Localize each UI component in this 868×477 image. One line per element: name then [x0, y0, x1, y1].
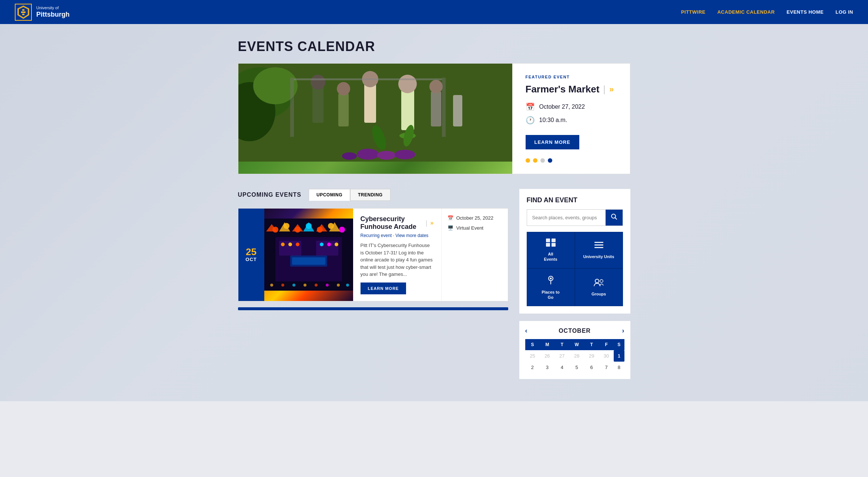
event-learn-more-button[interactable]: LEARN MORE: [361, 283, 406, 294]
event-recurring: Recurring event · View more dates: [361, 233, 434, 238]
cal-day[interactable]: 27: [554, 350, 569, 362]
cal-day[interactable]: 28: [569, 350, 584, 362]
cal-day[interactable]: 4: [554, 362, 569, 373]
logo[interactable]: University of Pittsburgh: [15, 4, 70, 21]
svg-rect-13: [364, 84, 376, 123]
cal-week-2: 2 3 4 5 6 7 8: [525, 362, 624, 373]
event-card: 25 OCT: [238, 208, 508, 301]
svg-rect-15: [401, 89, 414, 130]
nav-academic-calendar[interactable]: ACADEMIC CALENDAR: [717, 9, 775, 15]
nav-events-home[interactable]: EVENTS HOME: [787, 9, 824, 15]
carousel-dot-3[interactable]: [540, 158, 545, 163]
featured-learn-more-button[interactable]: LEARN MORE: [526, 135, 579, 149]
cal-day[interactable]: 8: [614, 362, 624, 373]
svg-rect-46: [316, 241, 338, 256]
event-title: Cybersecurity Funhouse Arcade | »: [361, 215, 434, 231]
svg-rect-27: [294, 78, 442, 80]
meta-screen-icon: 🖥️: [448, 225, 453, 231]
carousel-dot-2[interactable]: [533, 158, 537, 163]
svg-point-22: [377, 151, 396, 160]
event-chevron-icon: »: [430, 220, 434, 226]
cal-day[interactable]: 7: [599, 362, 614, 373]
cal-header-fri: F: [599, 339, 614, 350]
svg-point-49: [296, 243, 299, 246]
upcoming-events-section: UPCOMING EVENTS UPCOMING TRENDING 25 OCT: [238, 189, 508, 379]
places-to-go-icon: [546, 275, 555, 287]
featured-event-info: FEATURED EVENT Farmer's Market | » 📅 Oct…: [512, 64, 630, 174]
cal-day[interactable]: 26: [540, 350, 554, 362]
calendar-month: OCTOBER: [559, 328, 591, 334]
featured-event-card: FEATURED EVENT Farmer's Market | » 📅 Oct…: [238, 63, 630, 174]
tab-upcoming[interactable]: UPCOMING: [309, 189, 350, 201]
svg-line-65: [615, 218, 617, 220]
calendar-prev-button[interactable]: ‹: [525, 327, 527, 335]
nav-pittwire[interactable]: PITTWIRE: [681, 9, 706, 15]
svg-rect-66: [546, 238, 550, 242]
tab-trending[interactable]: TRENDING: [350, 189, 391, 201]
search-bar: [527, 209, 623, 226]
cal-day[interactable]: 5: [569, 362, 584, 373]
nav-log-in[interactable]: LOG IN: [835, 9, 853, 15]
page-title: EVENTS CALENDAR: [238, 39, 630, 54]
filter-all-events[interactable]: AllEvents: [527, 232, 575, 268]
filter-places-to-go-label: Places toGo: [542, 290, 559, 300]
featured-title: Farmer's Market | »: [526, 84, 617, 95]
event-body: Cybersecurity Funhouse Arcade | » Recurr…: [353, 209, 441, 301]
carousel-dot-1[interactable]: [526, 158, 530, 163]
cal-day-today[interactable]: 1: [614, 350, 624, 362]
carousel-dot-4[interactable]: [548, 158, 552, 163]
cal-day[interactable]: 25: [525, 350, 540, 362]
calendar-next-button[interactable]: ›: [622, 327, 624, 335]
svg-point-56: [270, 284, 273, 287]
logo-shield: [15, 4, 32, 21]
svg-rect-11: [338, 93, 349, 126]
search-input[interactable]: [527, 210, 606, 226]
svg-rect-2: [22, 9, 24, 11]
featured-date: October 27, 2022: [539, 104, 585, 110]
section-title: UPCOMING EVENTS: [238, 192, 301, 198]
cal-day[interactable]: 2: [525, 362, 540, 373]
calendar-icon: 📅: [526, 102, 535, 111]
cal-day[interactable]: 30: [599, 350, 614, 362]
event-meta-date: 📅 October 25, 2022: [448, 215, 502, 221]
section-header: UPCOMING EVENTS UPCOMING TRENDING: [238, 189, 508, 201]
cal-header-thu: T: [584, 339, 599, 350]
svg-point-59: [304, 284, 306, 287]
svg-rect-71: [594, 244, 603, 246]
svg-rect-28: [290, 78, 294, 137]
cal-day[interactable]: 6: [584, 362, 599, 373]
carousel-dots: [526, 158, 617, 163]
svg-point-10: [311, 75, 325, 89]
svg-rect-29: [442, 78, 446, 137]
bottom-section: UPCOMING EVENTS UPCOMING TRENDING 25 OCT: [238, 189, 630, 379]
cal-header-tue: T: [554, 339, 569, 350]
sidebar: FIND AN EVENT: [519, 189, 630, 379]
groups-icon: [593, 278, 604, 289]
event-date-month: OCT: [245, 257, 257, 262]
cal-header-sun: S: [525, 339, 540, 350]
cal-day[interactable]: 29: [584, 350, 599, 362]
filter-university-units[interactable]: University Units: [575, 232, 623, 268]
svg-point-23: [342, 152, 357, 160]
find-event-title: FIND AN EVENT: [527, 196, 623, 204]
svg-point-57: [281, 284, 284, 287]
filter-groups[interactable]: Groups: [575, 268, 623, 307]
cal-day[interactable]: 3: [540, 362, 554, 373]
svg-point-24: [395, 150, 415, 159]
svg-point-47: [281, 243, 285, 246]
svg-rect-70: [594, 242, 603, 243]
svg-point-63: [346, 284, 349, 287]
all-events-icon: [546, 238, 556, 249]
svg-rect-20: [453, 95, 462, 126]
svg-rect-55: [264, 281, 353, 291]
svg-point-74: [550, 277, 552, 279]
event-meta: 📅 October 25, 2022 🖥️ Virtual Event: [441, 209, 508, 301]
event-meta-location: 🖥️ Virtual Event: [448, 225, 502, 231]
search-button[interactable]: [606, 210, 623, 226]
svg-point-60: [315, 284, 318, 287]
filter-places-to-go[interactable]: Places toGo: [527, 268, 575, 307]
calendar-grid: S M T W T F S 25: [525, 339, 624, 373]
svg-point-48: [288, 243, 292, 246]
svg-point-21: [357, 149, 379, 160]
filter-groups-label: Groups: [591, 291, 606, 297]
